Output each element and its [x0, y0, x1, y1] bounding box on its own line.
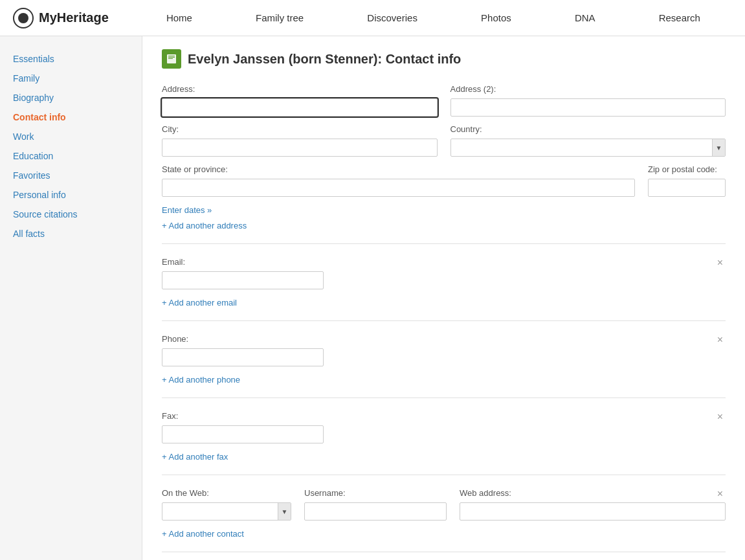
- phone-label: Phone:: [162, 334, 324, 344]
- nav-discoveries[interactable]: Discoveries: [354, 12, 430, 23]
- country-group: Country: ▼: [450, 124, 726, 157]
- address-group: Address:: [162, 84, 438, 117]
- email-input[interactable]: [162, 271, 324, 289]
- main-content: Evelyn Janssen (born Stenner): Contact i…: [142, 36, 745, 560]
- person-icon: [162, 49, 181, 69]
- fax-section: × Fax: + Add another fax: [162, 411, 726, 475]
- nav-links: Home Family tree Discoveries Photos DNA …: [135, 12, 732, 23]
- address-section: Address: Address (2): City: Country:: [162, 84, 726, 244]
- country-label: Country:: [450, 124, 726, 134]
- email-section: × Email: + Add another email: [162, 257, 726, 321]
- sidebar-item-family[interactable]: Family: [0, 69, 142, 88]
- address2-group: Address (2):: [450, 84, 726, 117]
- city-label: City:: [162, 124, 438, 134]
- country-select[interactable]: [451, 140, 713, 155]
- sidebar-item-essentials[interactable]: Essentials: [0, 49, 142, 69]
- sidebar-item-contact-info[interactable]: Contact info: [0, 107, 142, 127]
- add-another-contact-link[interactable]: + Add another contact: [162, 529, 244, 539]
- sidebar-item-source-citations[interactable]: Source citations: [0, 205, 142, 224]
- email-group: Email:: [162, 257, 324, 289]
- logo-icon: [13, 8, 34, 28]
- phone-group: Phone:: [162, 334, 324, 366]
- web-row: On the Web: Facebook Twitter LinkedIn Go…: [162, 488, 726, 521]
- zip-input[interactable]: [648, 179, 726, 197]
- add-another-phone-link[interactable]: + Add another phone: [162, 375, 240, 385]
- page-header: Evelyn Janssen (born Stenner): Contact i…: [162, 49, 726, 69]
- city-country-row: City: Country: ▼: [162, 124, 726, 157]
- state-label: State or province:: [162, 164, 635, 174]
- address-label: Address:: [162, 84, 438, 94]
- on-the-web-label: On the Web:: [162, 488, 291, 498]
- enter-dates-link[interactable]: Enter dates »: [162, 205, 212, 215]
- nav-photos[interactable]: Photos: [468, 12, 524, 23]
- web-select[interactable]: Facebook Twitter LinkedIn Google+ YouTub…: [162, 504, 278, 519]
- add-another-fax-link[interactable]: + Add another fax: [162, 452, 228, 462]
- email-row: Email:: [162, 257, 726, 289]
- nav-research[interactable]: Research: [646, 12, 713, 23]
- nav-bar: MyHeritage Home Family tree Discoveries …: [0, 0, 745, 36]
- logo-text: MyHeritage: [39, 10, 109, 25]
- address-input[interactable]: [162, 98, 438, 117]
- web-address-input[interactable]: [460, 502, 726, 521]
- on-the-web-group: On the Web: Facebook Twitter LinkedIn Go…: [162, 488, 291, 521]
- zip-label: Zip or postal code:: [648, 164, 726, 174]
- country-select-arrow[interactable]: ▼: [712, 139, 725, 156]
- web-close-button[interactable]: ×: [715, 488, 726, 500]
- username-group: Username:: [304, 488, 447, 521]
- sidebar-item-all-facts[interactable]: All facts: [0, 224, 142, 243]
- page-container: Essentials Family Biography Contact info…: [0, 36, 745, 560]
- address-row: Address: Address (2):: [162, 84, 726, 117]
- sidebar-item-favorites[interactable]: Favorites: [0, 166, 142, 185]
- fax-group: Fax:: [162, 411, 324, 443]
- logo[interactable]: MyHeritage: [13, 8, 109, 28]
- nav-family-tree[interactable]: Family tree: [243, 12, 317, 23]
- state-zip-row: State or province: Zip or postal code:: [162, 164, 726, 197]
- state-group: State or province:: [162, 164, 635, 197]
- fax-close-button[interactable]: ×: [715, 411, 726, 423]
- city-input[interactable]: [162, 139, 438, 157]
- phone-row: Phone:: [162, 334, 726, 366]
- zip-group: Zip or postal code:: [648, 164, 726, 197]
- state-input[interactable]: [162, 179, 635, 197]
- email-label: Email:: [162, 257, 324, 267]
- sidebar-item-personal-info[interactable]: Personal info: [0, 185, 142, 205]
- phone-input[interactable]: [162, 348, 324, 366]
- address2-input[interactable]: [450, 98, 726, 117]
- svg-point-1: [18, 13, 28, 23]
- phone-close-button[interactable]: ×: [715, 334, 726, 346]
- sidebar-item-work[interactable]: Work: [0, 127, 142, 146]
- fax-row: Fax:: [162, 411, 726, 443]
- sidebar-item-education[interactable]: Education: [0, 146, 142, 166]
- username-label: Username:: [304, 488, 447, 498]
- address2-label: Address (2):: [450, 84, 726, 94]
- web-select-arrow[interactable]: ▼: [278, 503, 291, 520]
- web-address-group: Web address:: [460, 488, 726, 521]
- country-select-wrap[interactable]: ▼: [450, 139, 726, 157]
- add-another-address-link[interactable]: + Add another address: [162, 221, 247, 230]
- sidebar: Essentials Family Biography Contact info…: [0, 36, 142, 560]
- web-section: × On the Web: Facebook Twitter LinkedIn …: [162, 488, 726, 552]
- fax-label: Fax:: [162, 411, 324, 421]
- page-title: Evelyn Janssen (born Stenner): Contact i…: [188, 52, 461, 67]
- sidebar-item-biography[interactable]: Biography: [0, 88, 142, 107]
- web-address-label: Web address:: [460, 488, 726, 498]
- web-select-wrap[interactable]: Facebook Twitter LinkedIn Google+ YouTub…: [162, 502, 291, 521]
- nav-home[interactable]: Home: [153, 12, 205, 23]
- add-another-email-link[interactable]: + Add another email: [162, 298, 237, 308]
- phone-section: × Phone: + Add another phone: [162, 334, 726, 398]
- city-group: City:: [162, 124, 438, 157]
- username-input[interactable]: [304, 502, 447, 521]
- nav-dna[interactable]: DNA: [562, 12, 608, 23]
- fax-input[interactable]: [162, 425, 324, 443]
- email-close-button[interactable]: ×: [715, 257, 726, 269]
